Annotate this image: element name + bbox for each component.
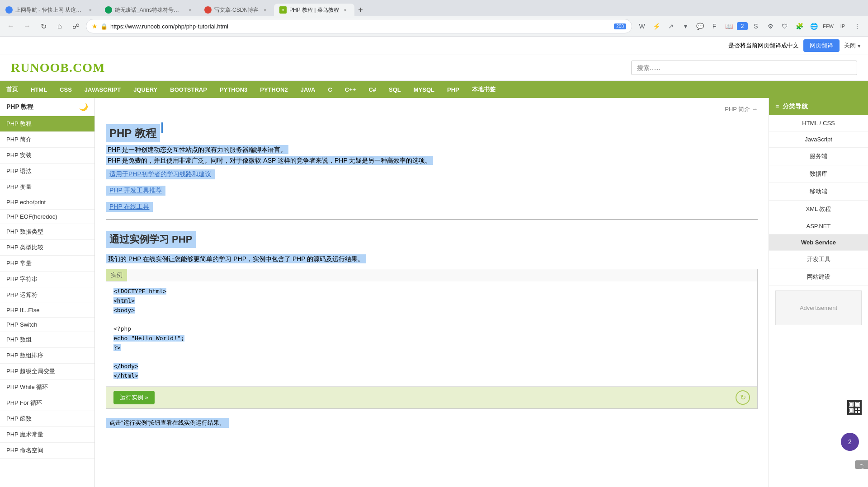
sidebar-item-php-arrays[interactable]: PHP 数组	[0, 332, 94, 348]
sidebar-item-php-datatypes[interactable]: PHP 数据类型	[0, 224, 94, 240]
right-sidebar-item-xml[interactable]: XML 教程	[769, 201, 868, 218]
nav-item-css[interactable]: CSS	[53, 82, 78, 98]
nav-item-bookmarks[interactable]: 本地书签	[466, 81, 502, 98]
sidebar-item-php-superglobal[interactable]: PHP 超级全局变量	[0, 364, 94, 379]
main-content: PHP 简介 → PHP 教程 PHP 是一种创建动态交互性站点的强有力的服务器…	[95, 98, 769, 487]
qr-code-button[interactable]	[847, 400, 862, 415]
browser-tab-3[interactable]: 写文章-CSDN博客 ×	[199, 4, 274, 16]
chat-button[interactable]: 2	[841, 433, 859, 451]
browser-tab-4[interactable]: R PHP 教程 | 菜鸟教程 ×	[274, 4, 354, 16]
dropdown-icon[interactable]: ▾	[679, 20, 692, 33]
nav-item-javascript[interactable]: JAVASCRIPT	[78, 82, 127, 98]
right-sidebar-item-mobile[interactable]: 移动端	[769, 183, 868, 201]
nav-item-c[interactable]: C	[321, 82, 338, 98]
shield-icon[interactable]: 🛡	[778, 20, 791, 33]
feedly-icon[interactable]: F	[708, 20, 721, 33]
dark-mode-icon[interactable]: 🌙	[79, 103, 88, 111]
nav-item-sql[interactable]: SQL	[382, 82, 407, 98]
breadcrumb: PHP 简介 →	[106, 105, 758, 113]
sidebar-item-php-variables[interactable]: PHP 变量	[0, 179, 94, 195]
lightning-icon[interactable]: ⚡	[650, 20, 663, 33]
refresh-icon[interactable]: ↻	[736, 390, 750, 405]
ip-icon[interactable]: IP	[836, 20, 849, 33]
nav-item-python2[interactable]: PYTHON2	[254, 82, 294, 98]
qr-icon	[847, 400, 862, 415]
puzzle-icon[interactable]: 🧩	[793, 20, 806, 33]
code-line-9: </body>	[113, 362, 750, 371]
sidebar-item-php-ifelse[interactable]: PHP If...Else	[0, 303, 94, 318]
forward-button[interactable]: →	[21, 20, 33, 33]
sidebar-item-php-switch[interactable]: PHP Switch	[0, 318, 94, 332]
reload-button[interactable]: ↻	[37, 20, 50, 33]
nav-item-python3[interactable]: PYTHON3	[213, 82, 254, 98]
nav-item-home[interactable]: 首页	[0, 81, 24, 98]
back-button[interactable]: ←	[5, 20, 17, 33]
share-icon[interactable]: ↗	[665, 20, 677, 33]
feedback-button[interactable]: 反馈/建议	[855, 460, 868, 469]
sidebar-item-php-intro[interactable]: PHP 简介	[0, 132, 94, 148]
right-sidebar-item-webservice[interactable]: Web Service	[769, 234, 868, 251]
link-text-1[interactable]: 适用于PHP初学者的学习线路和建议	[106, 169, 215, 179]
badge-icon[interactable]: 2	[737, 22, 748, 30]
close-translate-button[interactable]: 关闭 ▾	[844, 42, 861, 50]
right-sidebar-item-website[interactable]: 网站建设	[769, 268, 868, 286]
sidebar-item-php-syntax[interactable]: PHP 语法	[0, 164, 94, 179]
browser-tab-1[interactable]: 上网导航 - 轻快上网 从这里开始 ×	[0, 4, 99, 16]
ffw-icon[interactable]: FFW	[822, 20, 835, 33]
link-line-3[interactable]: PHP 在线工具	[106, 200, 758, 214]
sidebar-item-php-while[interactable]: PHP While 循环	[0, 379, 94, 395]
nav-item-mysql[interactable]: MYSQL	[407, 82, 441, 98]
nav-item-java[interactable]: JAVA	[294, 82, 322, 98]
nav-item-csharp[interactable]: C#	[362, 82, 382, 98]
settings-icon[interactable]: ⚙	[764, 20, 777, 33]
nav-bar: 首页 HTML CSS JAVASCRIPT JQUERY BOOTSTRAP …	[0, 81, 868, 98]
nav-item-jquery[interactable]: JQUERY	[127, 82, 164, 98]
sidebar-item-php-tutorial[interactable]: PHP 教程	[0, 116, 94, 132]
sidebar-item-php-magic[interactable]: PHP 魔术常量	[0, 427, 94, 443]
nav-item-html[interactable]: HTML	[24, 82, 53, 98]
sidebar-item-php-install[interactable]: PHP 安装	[0, 148, 94, 164]
right-sidebar-item-devtools[interactable]: 开发工具	[769, 251, 868, 268]
link-text-2[interactable]: PHP 开发工具推荐	[106, 186, 165, 196]
sidebar-item-php-namespace[interactable]: PHP 命名空间	[0, 443, 94, 459]
tab-close-4[interactable]: ×	[342, 6, 349, 14]
right-sidebar-item-database[interactable]: 数据库	[769, 165, 868, 183]
translate-icon[interactable]: 🌐	[807, 20, 820, 33]
bookmark2-icon[interactable]: 📖	[722, 20, 735, 33]
right-sidebar-item-htmlcss[interactable]: HTML / CSS	[769, 115, 868, 131]
sync-icon[interactable]: S	[750, 20, 762, 33]
sidebar-item-php-string[interactable]: PHP 字符串	[0, 272, 94, 287]
sidebar-item-php-arraysort[interactable]: PHP 数组排序	[0, 348, 94, 364]
logo-dot: .	[69, 61, 73, 75]
browser-tab-2[interactable]: 绝无废话_Anns特殊符号的妙用 ×	[99, 4, 199, 16]
bookmark-button[interactable]: ☍	[70, 20, 82, 33]
sidebar-item-php-constants[interactable]: PHP 常量	[0, 256, 94, 272]
wordpress-icon[interactable]: W	[636, 20, 648, 33]
sidebar-item-php-echo[interactable]: PHP echo/print	[0, 195, 94, 210]
search-input[interactable]	[631, 61, 857, 75]
right-sidebar-item-javascript[interactable]: JavaScript	[769, 131, 868, 148]
nav-item-php[interactable]: PHP	[441, 82, 466, 98]
sidebar-item-php-operators[interactable]: PHP 运算符	[0, 287, 94, 303]
wechat-icon[interactable]: 💬	[693, 20, 706, 33]
new-tab-button[interactable]: +	[354, 4, 367, 16]
run-example-button[interactable]: 运行实例 »	[113, 391, 155, 404]
sidebar-item-php-functions[interactable]: PHP 函数	[0, 411, 94, 427]
sidebar-item-php-typecompare[interactable]: PHP 类型比较	[0, 240, 94, 256]
nav-item-cpp[interactable]: C++	[339, 82, 363, 98]
link-line-2[interactable]: PHP 开发工具推荐	[106, 184, 758, 197]
more-icon[interactable]: ⋮	[851, 20, 863, 33]
link-text-3[interactable]: PHP 在线工具	[106, 202, 153, 212]
translate-button[interactable]: 网页翻译	[803, 39, 840, 52]
right-sidebar-item-aspnet[interactable]: ASP.NET	[769, 218, 868, 234]
nav-item-bootstrap[interactable]: BOOTSTRAP	[164, 82, 213, 98]
tab-close-3[interactable]: ×	[261, 6, 269, 14]
tab-close-1[interactable]: ×	[87, 6, 94, 14]
home-button[interactable]: ⌂	[53, 20, 66, 33]
address-bar[interactable]: ★ 🔒 https://www.runoob.com/php/php-tutor…	[86, 19, 632, 33]
sidebar-item-php-for[interactable]: PHP For 循环	[0, 395, 94, 411]
tab-close-2[interactable]: ×	[186, 6, 193, 14]
sidebar-item-php-eof[interactable]: PHP EOF(heredoc)	[0, 210, 94, 224]
right-sidebar-item-server[interactable]: 服务端	[769, 148, 868, 165]
link-line-1[interactable]: 适用于PHP初学者的学习线路和建议	[106, 168, 758, 181]
